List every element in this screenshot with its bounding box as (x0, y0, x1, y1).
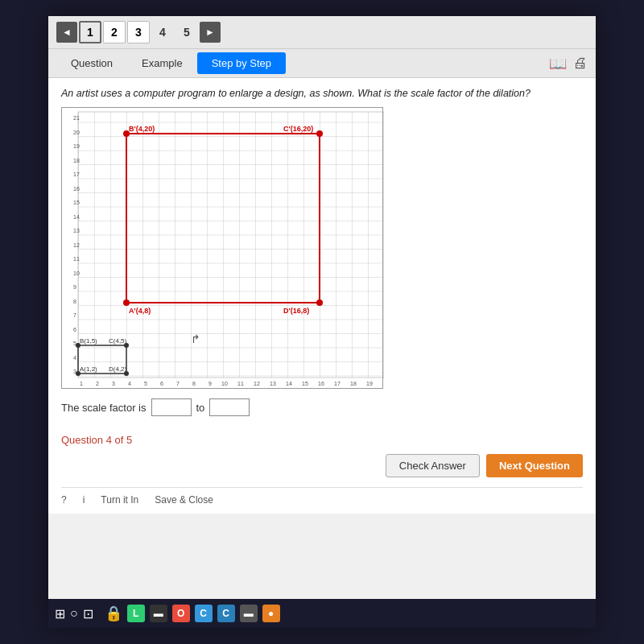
next-arrow[interactable]: ► (200, 22, 221, 43)
step-3[interactable]: 3 (127, 21, 150, 43)
svg-text:10: 10 (73, 270, 80, 276)
bottom-section: Question 4 of 5 Check Answer Next Questi… (48, 426, 596, 514)
search-circle[interactable]: ○ (70, 606, 78, 621)
svg-text:15: 15 (73, 200, 80, 205)
svg-text:8: 8 (192, 381, 196, 386)
b-label: B(1,5) (80, 337, 97, 345)
coordinate-graph: 21 20 19 18 17 16 15 14 13 12 11 10 9 8 … (62, 108, 384, 390)
answer-buttons: Check Answer Next Question (61, 454, 583, 477)
to-label: to (196, 402, 205, 414)
a-prime-label: A'(4,8) (129, 307, 151, 315)
d-label: D(4,2) (109, 365, 127, 373)
red-app-icon[interactable]: O (172, 605, 190, 622)
svg-text:19: 19 (73, 143, 80, 149)
question-counter: Question 4 of 5 (61, 434, 583, 446)
question-mark[interactable]: ? (61, 494, 67, 506)
svg-text:6: 6 (73, 327, 76, 332)
info-icon[interactable]: i (83, 494, 85, 506)
save-close-link[interactable]: Save & Close (155, 494, 213, 506)
svg-text:10: 10 (221, 381, 228, 386)
step-1[interactable]: 1 (79, 21, 101, 43)
print-icon[interactable]: 🖨 (573, 55, 588, 72)
svg-text:21: 21 (73, 115, 80, 121)
svg-text:16: 16 (73, 186, 80, 192)
svg-text:9: 9 (208, 381, 212, 386)
blue-app-icon-2[interactable]: C (217, 605, 235, 622)
svg-text:4: 4 (128, 381, 131, 386)
tab-bar: Question Example Step by Step 📖 🖨 (48, 49, 596, 78)
tab-question[interactable]: Question (56, 52, 127, 74)
lock-icon[interactable]: 🔒 (105, 605, 122, 622)
scale-factor-label: The scale factor is (61, 402, 147, 414)
prev-arrow[interactable]: ◄ (56, 22, 77, 43)
a-prime-point (123, 299, 130, 306)
svg-text:7: 7 (176, 381, 180, 386)
svg-text:16: 16 (318, 381, 324, 386)
a-label: A(1,2) (80, 365, 97, 373)
svg-text:12: 12 (254, 381, 260, 386)
step-5[interactable]: 5 (175, 21, 198, 43)
step-navigation: ◄ 1 2 3 4 5 ► (48, 16, 596, 49)
svg-text:18: 18 (350, 381, 357, 386)
svg-text:13: 13 (73, 228, 80, 233)
svg-text:11: 11 (237, 381, 244, 386)
svg-text:1: 1 (80, 381, 83, 386)
svg-text:7: 7 (73, 312, 76, 318)
svg-text:5: 5 (144, 381, 147, 386)
next-question-button[interactable]: Next Question (486, 454, 583, 477)
check-answer-button[interactable]: Check Answer (386, 454, 480, 477)
orange-app-icon[interactable]: ● (262, 605, 280, 622)
svg-text:3: 3 (112, 381, 115, 386)
c-prime-point (316, 130, 323, 137)
svg-text:8: 8 (73, 299, 76, 304)
step-4[interactable]: 4 (151, 21, 174, 43)
d-prime-point (316, 299, 323, 306)
turn-it-in-link[interactable]: Turn it In (101, 494, 138, 506)
b-prime-label: B'(4,20) (129, 125, 155, 133)
dark-app-icon[interactable]: ▬ (150, 605, 167, 622)
book-icon[interactable]: 📖 (549, 55, 567, 72)
svg-text:11: 11 (73, 256, 80, 262)
svg-text:6: 6 (160, 381, 163, 386)
svg-text:14: 14 (73, 214, 80, 220)
scale-factor-row: The scale factor is to (61, 398, 583, 416)
svg-text:17: 17 (73, 171, 80, 177)
question-text: An artist uses a computer program to enl… (61, 88, 583, 99)
gray-app-icon[interactable]: ▬ (240, 605, 258, 622)
step-2[interactable]: 2 (103, 21, 126, 43)
svg-text:18: 18 (73, 158, 80, 163)
svg-text:17: 17 (334, 381, 341, 386)
c-label: C(4,5) (109, 337, 127, 345)
svg-text:13: 13 (270, 381, 276, 386)
d-prime-label: D'(16,8) (283, 307, 309, 315)
taskbar: ⊞ ○ ⊡ 🔒 L ▬ O C C ▬ ● (48, 599, 596, 628)
scale-factor-input-2[interactable] (209, 398, 250, 416)
svg-text:9: 9 (73, 284, 76, 290)
svg-text:14: 14 (286, 381, 292, 386)
svg-text:4: 4 (73, 355, 76, 361)
blue-app-icon-1[interactable]: C (195, 605, 213, 622)
c-prime-label: C'(16,20) (283, 125, 313, 133)
svg-text:15: 15 (302, 381, 308, 386)
tab-example[interactable]: Example (127, 52, 197, 74)
footer-links: ? i Turn it In Save & Close (61, 487, 583, 506)
tab-step-by-step[interactable]: Step by Step (197, 52, 286, 74)
task-view-icon[interactable]: ⊡ (83, 606, 93, 621)
main-content: An artist uses a computer program to enl… (48, 78, 596, 426)
scale-factor-input-1[interactable] (151, 398, 192, 416)
svg-text:2: 2 (96, 381, 99, 386)
cursor: ↱ (191, 332, 200, 345)
windows-icon[interactable]: ⊞ (55, 606, 65, 621)
svg-text:12: 12 (73, 242, 80, 248)
svg-text:20: 20 (73, 130, 80, 135)
svg-text:19: 19 (366, 381, 373, 386)
green-app-icon[interactable]: L (127, 605, 145, 622)
graph-container: 21 20 19 18 17 16 15 14 13 12 11 10 9 8 … (61, 107, 383, 389)
